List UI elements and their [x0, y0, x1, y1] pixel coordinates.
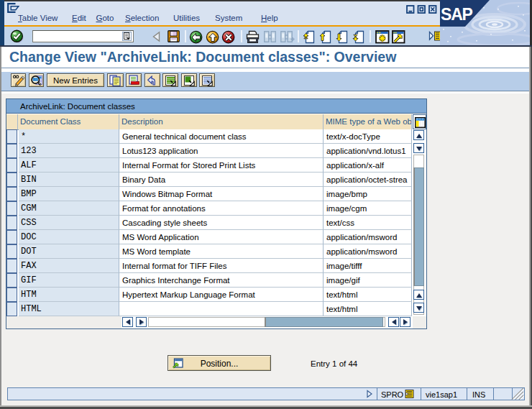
svg-text:SAP: SAP — [441, 5, 473, 24]
